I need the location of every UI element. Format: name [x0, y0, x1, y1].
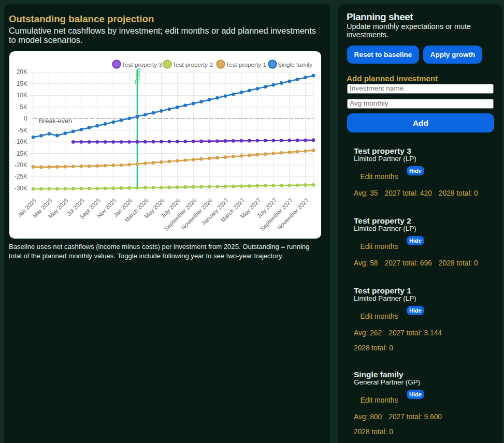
svg-text:Break-even: Break-even	[39, 117, 72, 125]
svg-text:-15K: -15K	[15, 150, 27, 157]
svg-text:20K: 20K	[17, 68, 27, 76]
svg-text:-30K: -30K	[15, 185, 27, 192]
svg-text:Test property 1: Test property 1	[226, 61, 266, 68]
svg-text:Single family: Single family	[278, 61, 312, 68]
svg-text:0: 0	[24, 115, 27, 122]
svg-text:5K: 5K	[20, 104, 27, 111]
svg-text:-5K: -5K	[18, 127, 27, 134]
svg-text:Today: Today	[134, 67, 141, 84]
svg-text:10K: 10K	[17, 92, 27, 99]
svg-text:-25K: -25K	[15, 173, 27, 180]
svg-text:Test property 3: Test property 3	[122, 61, 162, 68]
svg-text:15K: 15K	[17, 80, 27, 87]
svg-text:-20K: -20K	[15, 161, 27, 169]
svg-text:-10K: -10K	[15, 138, 27, 145]
svg-text:Test property 2: Test property 2	[172, 61, 213, 68]
